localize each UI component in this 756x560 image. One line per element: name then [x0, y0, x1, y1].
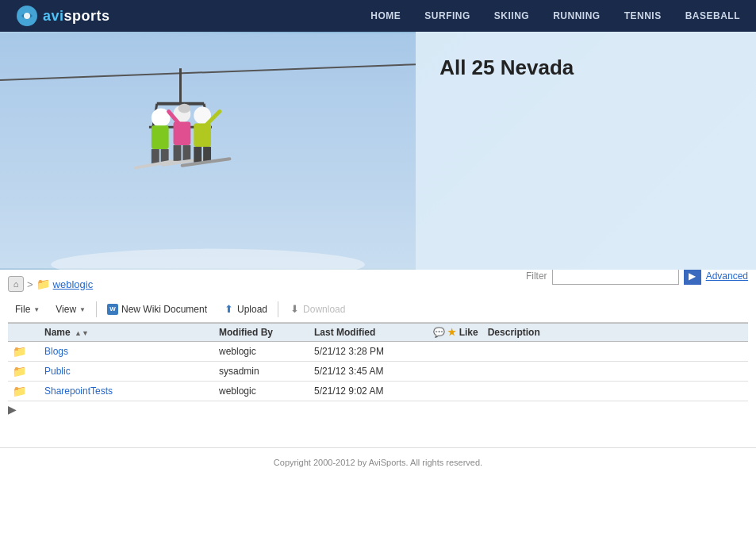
row-description [483, 382, 748, 401]
row-modified-by: sysadmin [214, 362, 309, 382]
nav-skiing[interactable]: SKIING [494, 10, 529, 21]
toolbar-separator-1 [96, 301, 97, 317]
col-header-description: Description [483, 324, 748, 342]
file-table-body: 📁 Blogs weblogic 5/21/12 3:28 PM 📁 Publi… [8, 342, 748, 401]
hero-image [0, 32, 416, 270]
row-extra-icons [182, 382, 214, 401]
row-description [483, 342, 748, 362]
filter-go-button[interactable]: ▶ [684, 267, 701, 285]
scroll-arrow[interactable]: ▶ [8, 403, 17, 416]
row-like [428, 382, 483, 401]
logo-text: avisports [43, 8, 110, 25]
svg-rect-18 [182, 145, 190, 161]
download-label: Download [303, 304, 345, 315]
logo: avisports [16, 5, 110, 27]
download-button[interactable]: ⬇ Download [282, 300, 352, 319]
toolbar-separator-2 [278, 301, 278, 317]
new-wiki-label: New Wiki Document [121, 304, 207, 315]
row-description [483, 362, 748, 382]
row-modified-by: weblogic [214, 342, 309, 362]
view-label: View [56, 304, 76, 315]
row-last-modified: 5/21/12 3:28 PM [309, 342, 428, 362]
row-folder-icon: 📁 [8, 382, 40, 401]
nav-home[interactable]: HOME [370, 10, 401, 21]
nav-surfing[interactable]: SURFING [424, 10, 470, 21]
file-table: Name ▲▼ Modified By Last Modified 💬 ★ Li… [8, 323, 748, 401]
table-row: 📁 Public sysadmin 5/21/12 3:45 AM [8, 362, 748, 382]
svg-rect-10 [152, 125, 169, 149]
hero-text: All 25 Nevada [416, 32, 756, 270]
row-last-modified: 5/21/12 3:45 AM [309, 362, 428, 382]
breadcrumb: ⌂ > 📁 weblogic [8, 276, 526, 292]
row-modified-by: weblogic [214, 382, 309, 401]
svg-rect-23 [194, 147, 201, 163]
download-icon: ⬇ [289, 304, 300, 315]
col-header-name[interactable]: Name ▲▼ [40, 324, 182, 342]
row-last-modified: 5/21/12 9:02 AM [309, 382, 428, 401]
star-icon: ★ [447, 327, 456, 338]
upload-label: Upload [237, 304, 267, 315]
col-header-icons2 [182, 324, 214, 342]
filter-input[interactable] [552, 267, 679, 285]
nav-running[interactable]: RUNNING [553, 10, 601, 21]
table-header: Name ▲▼ Modified By Last Modified 💬 ★ Li… [8, 324, 748, 342]
file-label: File [15, 304, 30, 315]
hero-section: All 25 Nevada [0, 32, 756, 270]
footer-text: Copyright 2000-2012 by AviSports. All ri… [274, 458, 482, 467]
row-like [428, 342, 483, 362]
row-folder-icon: 📁 [8, 342, 40, 362]
breadcrumb-folder-name[interactable]: weblogic [53, 278, 94, 290]
filter-label: Filter [526, 270, 547, 282]
row-name[interactable]: Blogs [40, 342, 182, 362]
svg-rect-17 [174, 145, 182, 161]
home-icon[interactable]: ⌂ [8, 276, 24, 292]
skiers-svg [0, 32, 416, 270]
table-row: 📁 Blogs weblogic 5/21/12 3:28 PM [8, 342, 748, 362]
folder-icon: 📁 [36, 278, 50, 290]
filter-bar: Filter ▶ Advanced [526, 267, 748, 285]
row-like [428, 362, 483, 382]
footer: Copyright 2000-2012 by AviSports. All ri… [0, 447, 756, 477]
new-wiki-button[interactable]: W New Wiki Document [100, 300, 214, 319]
upload-button[interactable]: ⬆ Upload [216, 300, 274, 319]
file-menu-button[interactable]: File ▼ [8, 300, 47, 319]
row-name[interactable]: SharepointTests [40, 382, 182, 401]
toolbar: File ▼ View ▼ W New Wiki Document ⬆ Uplo… [8, 300, 748, 323]
scroll-indicator: ▶ [8, 403, 748, 416]
col-header-like: 💬 ★ Like [428, 324, 483, 342]
file-manager: ⌂ > 📁 weblogic Filter ▶ Advanced File ▼ … [0, 276, 756, 416]
svg-point-1 [24, 13, 30, 19]
navbar: avisports HOME SURFING SKIING RUNNING TE… [0, 0, 756, 32]
col-header-icons [8, 324, 40, 342]
nav-baseball[interactable]: BASEBALL [685, 10, 740, 21]
breadcrumb-separator: > [27, 278, 33, 290]
svg-point-15 [178, 104, 190, 113]
table-row: 📁 SharepointTests weblogic 5/21/12 9:02 … [8, 382, 748, 401]
name-sort-arrows: ▲▼ [75, 329, 89, 337]
filter-advanced-link[interactable]: Advanced [706, 270, 748, 282]
file-dropdown-arrow: ▼ [33, 306, 40, 313]
view-menu-button[interactable]: View ▼ [48, 300, 93, 319]
wiki-icon: W [107, 304, 118, 315]
col-header-last-modified: Last Modified [309, 324, 428, 342]
nav-tennis[interactable]: TENNIS [624, 10, 662, 21]
comment-icon: 💬 [433, 327, 445, 338]
row-extra-icons [182, 342, 214, 362]
row-folder-icon: 📁 [8, 362, 40, 382]
row-extra-icons [182, 362, 214, 382]
nav-links: HOME SURFING SKIING RUNNING TENNIS BASEB… [370, 10, 740, 21]
hero-title: All 25 Nevada [439, 56, 732, 80]
upload-icon: ⬆ [223, 304, 234, 315]
col-header-modified-by: Modified By [214, 324, 309, 342]
view-dropdown-arrow: ▼ [79, 306, 86, 313]
row-name[interactable]: Public [40, 362, 182, 382]
logo-icon [16, 5, 38, 27]
